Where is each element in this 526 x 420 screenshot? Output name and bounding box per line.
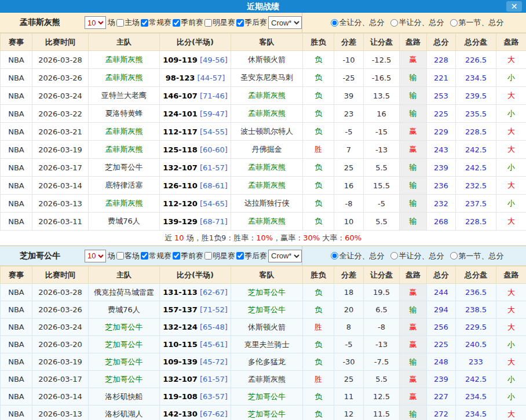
- summary-segment: 近: [165, 233, 174, 243]
- halftime-score: [45-72]: [198, 357, 228, 366]
- handicap-cell: 6.5: [364, 301, 400, 319]
- filter-checkbox[interactable]: [204, 252, 212, 260]
- result-cell: 负: [303, 177, 334, 195]
- league-cell: NBA: [1, 105, 32, 123]
- scope-radio[interactable]: [331, 252, 338, 260]
- halftime-score: [44-57]: [195, 74, 225, 82]
- handicap-cell: -7.5: [364, 353, 400, 371]
- final-score: 110-115: [163, 340, 198, 349]
- table-row: NBA2026-03-14洛杉矶快船119-108 [63-57]芝加哥公牛负1…: [1, 388, 526, 406]
- filter-checkbox[interactable]: [141, 252, 148, 260]
- odds-select[interactable]: Crow*: [268, 250, 302, 262]
- league-cell: NBA: [1, 195, 32, 213]
- league-cell: NBA: [1, 69, 32, 87]
- table-row: NBA2026-03-13洛杉矶湖人142-130 [67-62]芝加哥公牛负1…: [1, 406, 526, 420]
- scope-radio[interactable]: [450, 252, 458, 260]
- filter-checkbox[interactable]: [116, 19, 124, 27]
- total-cell: 227: [427, 388, 456, 406]
- handicap-result-cell: 赢: [400, 319, 427, 336]
- result-cell: 负: [303, 105, 334, 123]
- total-cell: 229: [427, 123, 456, 141]
- total-cell: 256: [427, 319, 456, 336]
- handicap-cell: -5: [364, 195, 400, 213]
- filter-checkbox[interactable]: [116, 252, 124, 260]
- final-score: 132-107: [163, 163, 198, 172]
- table-row: NBA2026-03-13孟菲斯灰熊112-120 [54-65]达拉斯独行侠负…: [1, 195, 526, 213]
- odds-select[interactable]: Crow*: [268, 16, 302, 29]
- scope-radio[interactable]: [390, 252, 398, 260]
- filter-checkbox[interactable]: [236, 252, 244, 260]
- halftime-score: [61-57]: [198, 163, 228, 172]
- total-cell: 243: [427, 141, 456, 159]
- filter-checkbox[interactable]: [173, 252, 180, 260]
- scope-label: 全让分、总分: [339, 17, 385, 28]
- scope-label: 全让分、总分: [339, 251, 385, 261]
- final-score: 132-124: [163, 323, 198, 331]
- scope-radio[interactable]: [390, 19, 398, 27]
- summary-segment: 60%: [345, 233, 361, 242]
- league-cell: NBA: [1, 353, 32, 371]
- result-cell: 负: [303, 301, 334, 319]
- final-score: 146-107: [163, 92, 198, 100]
- date-cell: 2026-03-17: [32, 371, 89, 388]
- table-header-row: 赛事比赛时间主队比分(半场)客队胜负分差让分盘盘路总分总分盘盘路: [1, 266, 526, 284]
- home-team-cell: 亚特兰大老鹰: [89, 87, 160, 105]
- handicap-cell: 5.5: [364, 213, 400, 231]
- total-cell: 294: [427, 301, 456, 319]
- away-team-cell: 克里夫兰骑士: [231, 336, 303, 353]
- scope-radio[interactable]: [450, 19, 458, 27]
- score-cell: 132-107 [61-57]: [160, 159, 231, 177]
- diff-cell: 7: [334, 141, 364, 159]
- games-count-select[interactable]: 10: [85, 16, 106, 29]
- diff-cell: -25: [334, 69, 364, 87]
- final-score: 126-110: [163, 181, 198, 190]
- close-icon[interactable]: ✕: [506, 1, 522, 12]
- handicap-cell: -16.5: [364, 69, 400, 87]
- total-cell: 248: [427, 353, 456, 371]
- home-team-cell: 芝加哥公牛: [89, 159, 160, 177]
- home-team-cell: 孟菲斯灰熊: [89, 141, 160, 159]
- handicap-cell: 13.5: [364, 87, 400, 105]
- final-score: 119-108: [163, 392, 198, 401]
- ou-cell: 大: [496, 301, 526, 319]
- filter-checkbox[interactable]: [236, 19, 244, 27]
- total-line-cell: 236.5: [456, 284, 496, 301]
- column-header: 比赛时间: [32, 34, 89, 51]
- column-header: 盘路: [496, 34, 526, 51]
- diff-cell: 18: [334, 284, 364, 301]
- games-count-select[interactable]: 10: [85, 250, 106, 262]
- table-row: NBA2026-03-21孟菲斯灰熊112-117 [54-55]波士顿凯尔特人…: [1, 123, 526, 141]
- filter-label: 常规赛: [149, 17, 171, 28]
- score-cell: 119-108 [63-57]: [160, 388, 231, 406]
- league-cell: NBA: [1, 159, 32, 177]
- column-header: 胜负: [303, 34, 334, 51]
- filter-checkbox[interactable]: [204, 19, 212, 27]
- handicap-result-cell: 赢: [400, 123, 427, 141]
- league-cell: NBA: [1, 371, 32, 388]
- total-cell: 272: [427, 406, 456, 420]
- score-cell: 157-137 [71-52]: [160, 301, 231, 319]
- home-team-cell: 孟菲斯灰熊: [89, 123, 160, 141]
- total-line-cell: 228.5: [456, 123, 496, 141]
- halftime-score: [45-61]: [198, 340, 228, 349]
- result-cell: 负: [303, 284, 334, 301]
- team-name: 芝加哥公牛: [20, 251, 60, 261]
- result-cell: 负: [303, 353, 334, 371]
- filter-checkbox[interactable]: [141, 19, 148, 27]
- scope-radio-group: 全让分、总分半让分、总分第一节、总分: [302, 246, 526, 265]
- total-cell: 244: [427, 284, 456, 301]
- total-cell: 225: [427, 105, 456, 123]
- home-team-cell: 芝加哥公牛: [89, 319, 160, 336]
- filter-checkbox[interactable]: [173, 19, 180, 27]
- column-header: 总分盘: [456, 266, 496, 284]
- halftime-score: [71-46]: [198, 92, 228, 100]
- ou-cell: 小: [496, 371, 526, 388]
- diff-cell: -8: [334, 195, 364, 213]
- column-header: 总分盘: [456, 34, 496, 51]
- handicap-result-cell: 输: [400, 69, 427, 87]
- table-header-row: 赛事比赛时间主队比分(半场)客队胜负分差让分盘盘路总分总分盘盘路: [1, 34, 526, 51]
- score-cell: 131-113 [62-67]: [160, 284, 231, 301]
- handicap-cell: 5.5: [364, 159, 400, 177]
- scope-radio[interactable]: [331, 19, 338, 27]
- summary-segment: 场，胜1负9：胜率：: [184, 233, 257, 243]
